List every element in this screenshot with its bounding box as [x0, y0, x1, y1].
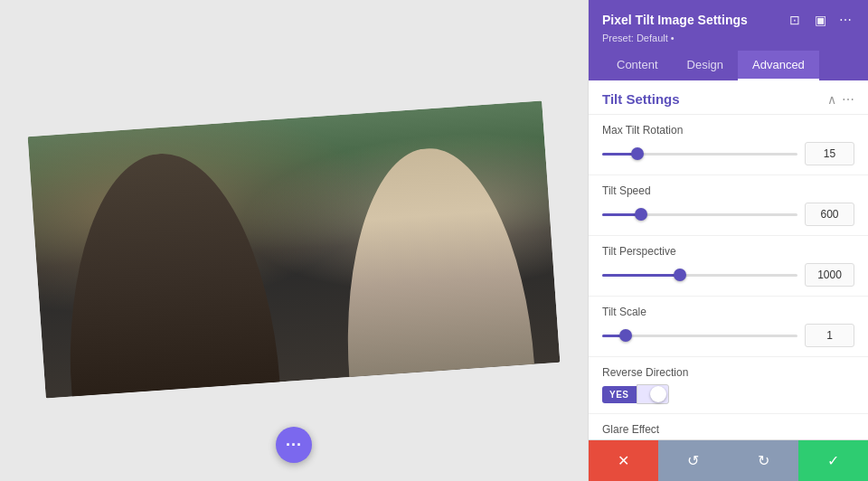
more-icon[interactable]: ⋯ — [836, 11, 854, 29]
tilt-speed-label: Tilt Speed — [602, 184, 854, 197]
image-preview — [28, 100, 561, 398]
tilt-perspective-slider[interactable] — [602, 268, 797, 282]
confirm-icon: ✓ — [827, 452, 839, 469]
tab-advanced[interactable]: Advanced — [738, 51, 819, 80]
tilt-scale-value[interactable]: 1 — [805, 324, 854, 347]
tab-design[interactable]: Design — [673, 51, 738, 80]
max-tilt-rotation-value[interactable]: 15 — [805, 142, 854, 165]
section-title: Tilt Settings — [602, 91, 680, 107]
tilt-perspective-label: Tilt Perspective — [602, 245, 854, 258]
layout-icon[interactable]: ▣ — [811, 11, 829, 29]
slider-thumb[interactable] — [635, 208, 647, 221]
tilt-speed-row: Tilt Speed 600 — [589, 175, 868, 236]
slider-thumb[interactable] — [631, 147, 644, 160]
panel-header: Pixel Tilt Image Settings ⊡ ▣ ⋯ Preset: … — [589, 0, 868, 80]
panel-content: Tilt Settings ∧ ⋯ Max Tilt Rotation 15 — [589, 80, 868, 439]
tilt-scale-slider[interactable] — [602, 328, 797, 343]
section-icon-group: ∧ ⋯ — [827, 92, 854, 107]
tab-bar: Content Design Advanced — [602, 51, 854, 80]
slider-thumb[interactable] — [619, 329, 632, 342]
header-top: Pixel Tilt Image Settings ⊡ ▣ ⋯ — [602, 11, 854, 29]
cancel-button[interactable]: ✕ — [589, 440, 658, 481]
toggle-switch[interactable] — [637, 384, 669, 404]
reverse-direction-toggle[interactable]: YES — [602, 384, 854, 404]
slider-fill — [602, 274, 680, 277]
tilted-image — [28, 100, 561, 398]
collapse-icon[interactable]: ∧ — [827, 92, 836, 107]
section-header: Tilt Settings ∧ ⋯ — [589, 80, 868, 115]
toggle-yes-label: YES — [602, 386, 637, 403]
tilt-speed-slider[interactable] — [602, 207, 797, 222]
settings-panel: Pixel Tilt Image Settings ⊡ ▣ ⋯ Preset: … — [588, 0, 868, 481]
panel-title: Pixel Tilt Image Settings — [602, 13, 748, 27]
tilt-perspective-value[interactable]: 1000 — [805, 263, 854, 287]
fab-button[interactable]: ··· — [276, 427, 312, 463]
tilt-scale-controls: 1 — [602, 324, 854, 347]
undo-icon: ↺ — [687, 452, 699, 469]
tilt-scale-row: Tilt Scale 1 — [589, 297, 868, 357]
panel-subtitle: Preset: Default • — [602, 33, 854, 43]
slider-track — [602, 153, 797, 156]
cancel-icon: ✕ — [618, 452, 629, 469]
redo-icon: ↻ — [758, 452, 769, 469]
tilt-speed-controls: 600 — [602, 203, 854, 226]
section-more-icon[interactable]: ⋯ — [842, 92, 854, 107]
slider-track — [602, 213, 797, 216]
tab-content[interactable]: Content — [602, 51, 673, 80]
confirm-button[interactable]: ✓ — [798, 440, 868, 481]
header-icon-group: ⊡ ▣ ⋯ — [786, 11, 854, 29]
tilt-speed-value[interactable]: 600 — [805, 203, 854, 226]
bottom-bar: ✕ ↺ ↻ ✓ — [589, 439, 868, 481]
responsive-icon[interactable]: ⊡ — [786, 11, 804, 29]
max-tilt-rotation-controls: 15 — [602, 142, 854, 165]
slider-track — [602, 335, 797, 337]
toggle-knob — [650, 386, 666, 402]
glare-effect-label: Glare Effect — [602, 423, 854, 436]
max-tilt-rotation-slider[interactable] — [602, 146, 797, 161]
reverse-direction-label: Reverse Direction — [602, 366, 854, 379]
max-tilt-rotation-label: Max Tilt Rotation — [602, 124, 854, 137]
tilt-scale-label: Tilt Scale — [602, 306, 854, 318]
undo-button[interactable]: ↺ — [658, 440, 728, 481]
tilt-perspective-controls: 1000 — [602, 263, 854, 287]
preview-panel: ··· — [0, 0, 588, 481]
reverse-direction-row: Reverse Direction YES — [589, 357, 868, 414]
glare-effect-row: Glare Effect 1 — [589, 414, 868, 439]
slider-track — [602, 274, 797, 277]
tilt-perspective-row: Tilt Perspective 1000 — [589, 236, 868, 297]
slider-thumb[interactable] — [674, 269, 686, 281]
redo-button[interactable]: ↻ — [729, 440, 798, 481]
max-tilt-rotation-row: Max Tilt Rotation 15 — [589, 115, 868, 175]
